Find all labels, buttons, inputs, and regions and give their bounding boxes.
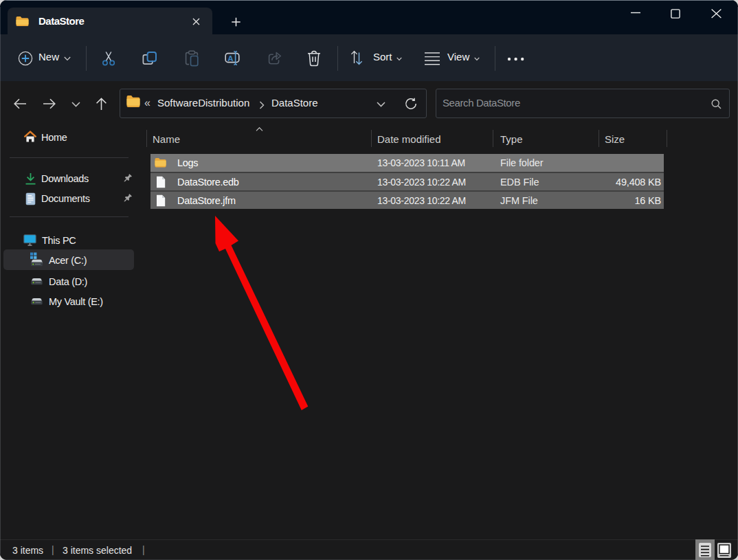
svg-text:A: A (227, 54, 233, 63)
